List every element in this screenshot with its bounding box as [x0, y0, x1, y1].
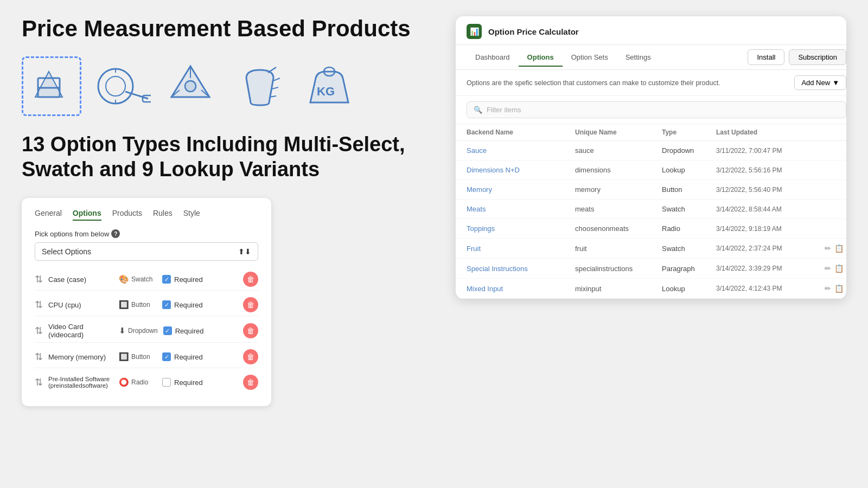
row-name[interactable]: Meats — [467, 205, 575, 213]
delete-btn[interactable]: 🗑 — [243, 297, 258, 312]
edit-icon[interactable]: ✏ — [825, 264, 831, 273]
copy-icon[interactable]: 📋 — [834, 284, 844, 293]
drag-icon[interactable]: ⇅ — [35, 376, 43, 388]
col-unique-name: Unique Name — [575, 129, 662, 136]
col-backend-name: Backend Name — [467, 129, 575, 136]
col-type: Type — [662, 129, 716, 136]
copy-icon[interactable]: 📋 — [834, 244, 844, 253]
checkbox-required[interactable]: ✓ — [162, 352, 171, 361]
row-name[interactable]: Toppings — [467, 224, 575, 233]
row-actions: ✏ 📋 🗑 — [825, 264, 846, 273]
icon-tape — [91, 56, 151, 116]
row-name[interactable]: Fruit — [467, 245, 575, 253]
delete-btn[interactable]: 🗑 — [243, 349, 258, 364]
filter-bar: 🔍 Filter items — [456, 96, 846, 124]
option-rows: ⇅ Case (case) 🎨Swatch ✓ Required 🗑 ⇅ CPU… — [35, 268, 258, 393]
icon-kg: KG — [299, 56, 359, 116]
table-row: Dimensions N+D dimensions Lookup 3/12/20… — [456, 160, 846, 180]
required-check: ✓ Required — [162, 275, 238, 284]
type-badge-button: 🔲Button — [119, 300, 157, 310]
row-unique: sauce — [575, 146, 662, 155]
delete-btn[interactable]: 🗑 — [243, 323, 258, 338]
search-icon: 🔍 — [474, 106, 482, 114]
delete-btn[interactable]: 🗑 — [243, 375, 258, 390]
icon-measure-box — [22, 56, 81, 116]
checkbox-required[interactable]: ✓ — [163, 326, 172, 335]
add-new-button[interactable]: Add New ▼ — [794, 75, 846, 90]
row-name[interactable]: Dimensions N+D — [467, 166, 575, 174]
svg-point-3 — [98, 69, 133, 104]
type-badge-button2: 🔲Button — [119, 352, 157, 362]
checkbox-required[interactable]: ✓ — [162, 275, 171, 284]
delete-btn[interactable]: 🗑 — [243, 272, 258, 287]
drag-icon[interactable]: ⇅ — [35, 325, 43, 337]
row-date: 3/14/2022, 4:12:43 PM — [716, 285, 825, 292]
copy-icon[interactable]: 📋 — [834, 264, 844, 273]
row-unique: dimensions — [575, 166, 662, 174]
row-type: Button — [662, 185, 716, 194]
app-main: 📊 Option Price Calculator Dashboard Opti… — [456, 16, 846, 299]
row-name[interactable]: Memory — [467, 185, 575, 194]
option-name: CPU (cpu) — [48, 301, 113, 309]
row-type: Swatch — [662, 245, 716, 253]
icons-row: KG — [22, 56, 434, 116]
row-type: Paragraph — [662, 265, 716, 273]
subscription-button[interactable]: Subscription — [789, 49, 846, 65]
table-body: Sauce sauce Dropdown 3/11/2022, 7:00:47 … — [456, 141, 846, 299]
filter-input[interactable]: 🔍 Filter items — [467, 101, 846, 118]
row-name[interactable]: Sauce — [467, 146, 575, 155]
row-date: 3/11/2022, 7:00:47 PM — [716, 147, 825, 155]
type-badge-swatch: 🎨Swatch — [119, 274, 157, 284]
drag-icon[interactable]: ⇅ — [35, 299, 43, 311]
app-logo: 📊 — [467, 24, 482, 39]
svg-point-4 — [106, 76, 125, 96]
row-type: Lookup — [662, 166, 716, 174]
nav-dashboard[interactable]: Dashboard — [467, 48, 519, 67]
checkbox-required[interactable]: ✓ — [162, 300, 171, 309]
select-options-dropdown[interactable]: Select Options ⬆⬇ — [35, 242, 258, 261]
svg-line-14 — [268, 67, 276, 73]
edit-icon[interactable]: ✏ — [825, 244, 831, 253]
page-wrapper: Price Measurement Based Products — [0, 0, 868, 488]
nav-row: Dashboard Options Option Sets Settings I… — [456, 45, 846, 70]
nav-options[interactable]: Options — [519, 48, 563, 67]
tab-general[interactable]: General — [35, 209, 62, 221]
required-check: Required — [162, 378, 238, 387]
table-row: Sauce sauce Dropdown 3/11/2022, 7:00:47 … — [456, 141, 846, 160]
row-date: 3/14/2022, 2:37:24 PM — [716, 245, 825, 252]
right-panel: 📊 Option Price Calculator Dashboard Opti… — [456, 16, 846, 299]
option-name: Pre-Installed Software (preinstalledsoft… — [48, 376, 113, 389]
col-actions — [825, 129, 846, 136]
row-unique: specialinstructions — [575, 265, 662, 273]
row-actions: ✏ 📋 🗑 — [825, 284, 846, 293]
required-check: ✓ Required — [163, 326, 238, 335]
icon-transform — [161, 56, 220, 116]
edit-icon[interactable]: ✏ — [825, 284, 831, 293]
nav-settings[interactable]: Settings — [617, 48, 660, 67]
row-name[interactable]: Special Instructions — [467, 265, 575, 273]
table-row: Fruit fruit Swatch 3/14/2022, 2:37:24 PM… — [456, 239, 846, 259]
install-button[interactable]: Install — [748, 49, 784, 65]
pick-label: Pick options from below ? — [35, 229, 258, 238]
row-date: 3/14/2022, 3:39:29 PM — [716, 265, 825, 272]
drag-icon[interactable]: ⇅ — [35, 273, 43, 285]
row-unique: meats — [575, 205, 662, 213]
tab-style[interactable]: Style — [183, 209, 200, 221]
option-row: ⇅ Pre-Installed Software (preinstalledso… — [35, 371, 258, 393]
row-name[interactable]: Mixed Input — [467, 285, 575, 293]
option-row: ⇅ Memory (memory) 🔲Button ✓ Required 🗑 — [35, 346, 258, 368]
tab-products[interactable]: Products — [112, 209, 142, 221]
row-unique: choosenonmeats — [575, 224, 662, 233]
nav-option-sets[interactable]: Option Sets — [563, 48, 617, 67]
app-title: Option Price Calculator — [488, 27, 579, 36]
drag-icon[interactable]: ⇅ — [35, 351, 43, 363]
option-name: Video Card (videocard) — [48, 323, 113, 339]
row-unique: fruit — [575, 245, 662, 253]
checkbox-empty[interactable] — [162, 378, 171, 387]
tab-rules[interactable]: Rules — [153, 209, 173, 221]
option-row: ⇅ Video Card (videocard) ⬇Dropdown ✓ Req… — [35, 319, 258, 343]
svg-line-16 — [272, 87, 278, 89]
main-title: Price Measurement Based Products — [22, 16, 434, 41]
tab-options[interactable]: Options — [73, 209, 101, 221]
row-actions: ✏ 📋 🗑 — [825, 244, 846, 253]
